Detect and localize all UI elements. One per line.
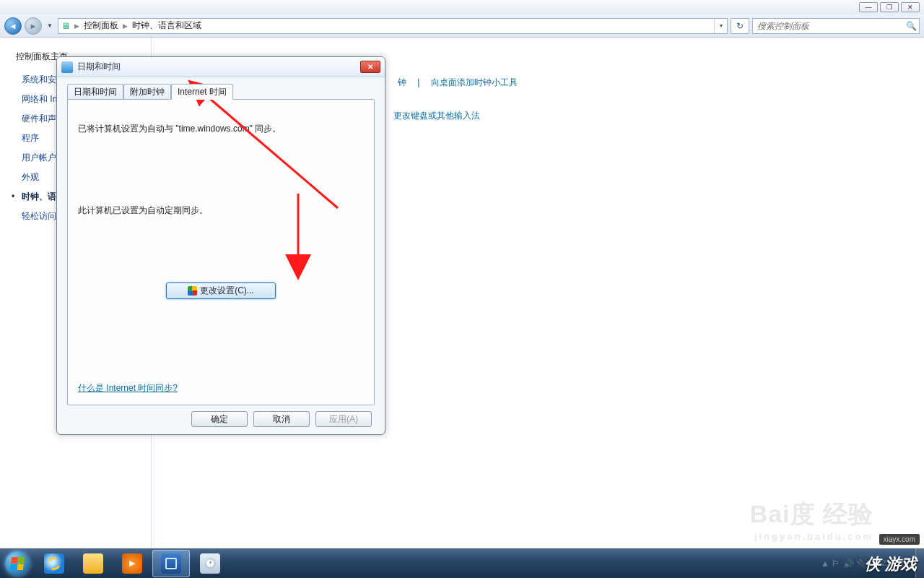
help-link-internet-time[interactable]: 什么是 Internet 时间同步? [78,382,178,394]
dialog-titlebar[interactable]: 日期和时间 ✕ [57,57,385,77]
ok-button[interactable]: 确定 [191,411,248,427]
link-partial-clock[interactable]: 钟 [393,77,411,87]
search-input[interactable] [753,21,903,31]
main-link-row1: 钟 | 向桌面添加时钟小工具 [393,77,522,89]
window-maximize-button[interactable]: ❐ [880,2,899,12]
sync-status-text: 已将计算机设置为自动与 "time.windows.com" 同步。 [78,123,364,135]
change-settings-button[interactable]: 更改设置(C)... [166,282,276,299]
taskbar-control-panel[interactable] [152,550,190,577]
cancel-button[interactable]: 取消 [253,411,310,427]
link-add-clock-widget[interactable]: 向桌面添加时钟小工具 [427,77,522,87]
dialog-title: 日期和时间 [77,61,360,73]
taskbar: ▲ 🏳 🔊 🔌 2021/12/21 xiayx.com 侠 游戏 [0,548,924,578]
tab-date-time[interactable]: 日期和时间 [67,84,123,100]
tab-pane-internet-time: 已将计算机设置为自动与 "time.windows.com" 同步。 此计算机已… [67,99,375,405]
nav-history-dropdown[interactable]: ▼ [45,17,55,35]
link-sep: | [413,77,424,87]
taskbar-date-time[interactable] [191,550,229,577]
change-settings-label: 更改设置(C)... [200,285,254,297]
clock-icon [61,61,73,73]
taskbar-media-player[interactable] [113,550,151,577]
link-change-ime[interactable]: 更改键盘或其他输入法 [393,110,480,122]
nav-forward-button[interactable]: ► [25,17,42,35]
breadcrumb-control-panel[interactable]: 控制面板 [81,20,121,32]
taskbar-ie[interactable] [35,550,73,577]
control-panel-icon: 🖥 [58,19,73,33]
address-bar[interactable]: 🖥 ▶ 控制面板 ▶ 时钟、语言和区域 ▾ [58,18,728,34]
dialog-tabs: 日期和时间 附加时钟 Internet 时间 [67,84,375,100]
ie-icon [44,553,64,574]
dialog-button-row: 确定 取消 应用(A) [67,405,375,427]
auto-sync-text: 此计算机已设置为自动定期同步。 [78,204,364,217]
control-panel-task-icon [161,553,181,574]
nav-back-button[interactable]: ◄ [4,17,22,35]
dialog-close-button[interactable]: ✕ [360,61,380,73]
folder-icon [83,553,103,574]
search-box[interactable]: 🔍 [752,18,920,34]
uac-shield-icon [188,286,197,296]
tray-icons[interactable]: ▲ 🏳 🔊 🔌 [821,558,867,569]
date-time-task-icon [200,553,220,574]
explorer-navbar: ◄ ► ▼ 🖥 ▶ 控制面板 ▶ 时钟、语言和区域 ▾ ↻ 🔍 [0,14,924,38]
breadcrumb-clock-lang-region[interactable]: 时钟、语言和区域 [129,20,204,32]
tab-internet-time[interactable]: Internet 时间 [171,84,233,100]
windows-logo-icon [10,557,25,570]
media-player-icon [122,553,142,574]
breadcrumb-sep: ▶ [73,22,81,30]
taskbar-explorer[interactable] [74,550,112,577]
xiayx-watermark: xiayx.com [879,534,920,545]
date-time-dialog: 日期和时间 ✕ 日期和时间 附加时钟 Internet 时间 已将计算机设置为自… [56,56,385,435]
window-close-button[interactable]: ✕ [901,2,920,12]
address-dropdown[interactable]: ▾ [714,19,727,33]
refresh-button[interactable]: ↻ [731,18,749,34]
start-button[interactable] [0,548,35,578]
search-icon[interactable]: 🔍 [903,21,919,31]
breadcrumb-sep: ▶ [121,22,129,30]
apply-button[interactable]: 应用(A) [315,411,372,427]
tab-additional-clocks[interactable]: 附加时钟 [123,84,171,100]
window-titlebar: — ❐ ✕ [0,0,924,14]
game-watermark: 侠 游戏 [865,553,917,575]
window-minimize-button[interactable]: — [859,2,878,12]
